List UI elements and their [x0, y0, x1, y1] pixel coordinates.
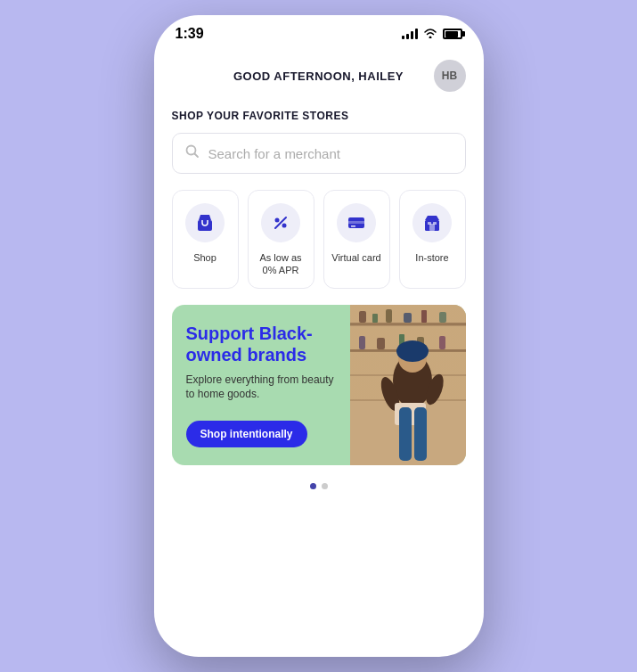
apr-icon-circle — [261, 203, 300, 242]
svg-rect-13 — [433, 222, 437, 225]
avatar[interactable]: HB — [434, 60, 466, 92]
action-shop-label: Shop — [193, 251, 216, 264]
greeting-text: GOOD AFTERNOON, HAILEY — [204, 70, 434, 83]
svg-rect-7 — [348, 221, 364, 224]
section-title: SHOP YOUR FAVORITE STORES — [172, 110, 466, 122]
header: GOOD AFTERNOON, HAILEY HB — [172, 45, 466, 110]
svg-rect-15 — [350, 323, 466, 325]
banner-text-side: Support Black-owned brands Explore every… — [172, 305, 350, 465]
svg-point-4 — [282, 224, 287, 228]
shop-icon-circle — [185, 203, 225, 242]
action-apr-label: As low as 0% APR — [256, 251, 306, 277]
svg-rect-11 — [429, 224, 435, 231]
action-shop[interactable]: Shop — [172, 190, 239, 289]
action-instore[interactable]: In-store — [399, 190, 466, 289]
wifi-icon — [423, 28, 437, 41]
svg-rect-21 — [421, 310, 427, 323]
svg-rect-27 — [439, 336, 445, 349]
person-illustration — [350, 305, 466, 465]
search-bar[interactable]: Search for a merchant — [172, 133, 466, 174]
svg-rect-9 — [351, 225, 355, 227]
svg-rect-20 — [404, 313, 412, 323]
signal-icon — [402, 29, 418, 39]
search-placeholder: Search for a merchant — [208, 146, 340, 161]
banner-subtext: Explore everything from beauty to home g… — [186, 373, 336, 403]
svg-rect-12 — [428, 222, 431, 225]
svg-rect-18 — [372, 314, 378, 323]
phone-frame: 1:39 — [154, 15, 484, 657]
quick-actions: Shop As low as 0% APR — [172, 190, 466, 289]
status-bar: 1:39 — [154, 15, 484, 45]
instore-icon-circle — [412, 203, 452, 242]
promo-banner: Support Black-owned brands Explore every… — [172, 305, 466, 465]
dot-1[interactable] — [310, 483, 316, 489]
action-virtual-card[interactable]: Virtual card — [323, 190, 390, 289]
svg-rect-19 — [386, 309, 392, 323]
app-content: GOOD AFTERNOON, HAILEY HB SHOP YOUR FAVO… — [154, 45, 484, 648]
svg-rect-24 — [377, 338, 385, 349]
status-icons — [402, 28, 462, 41]
banner-headline: Support Black-owned brands — [186, 323, 336, 365]
svg-rect-23 — [359, 336, 365, 349]
svg-rect-22 — [439, 312, 446, 323]
banner-image — [350, 305, 466, 465]
svg-line-1 — [194, 154, 198, 158]
dot-2[interactable] — [322, 483, 328, 489]
svg-rect-35 — [414, 407, 427, 461]
search-icon — [185, 144, 200, 162]
shop-intentionally-button[interactable]: Shop intentionally — [186, 421, 307, 447]
svg-rect-34 — [399, 407, 412, 461]
action-instore-label: In-store — [415, 251, 448, 264]
svg-rect-17 — [359, 311, 366, 323]
virtual-card-icon-circle — [337, 203, 376, 242]
svg-point-30 — [396, 340, 429, 362]
action-apr[interactable]: As low as 0% APR — [248, 190, 314, 289]
battery-icon — [443, 29, 462, 39]
status-time: 1:39 — [176, 26, 204, 42]
svg-point-3 — [275, 218, 280, 223]
action-virtual-label: Virtual card — [331, 251, 380, 264]
carousel-dots — [172, 483, 466, 489]
